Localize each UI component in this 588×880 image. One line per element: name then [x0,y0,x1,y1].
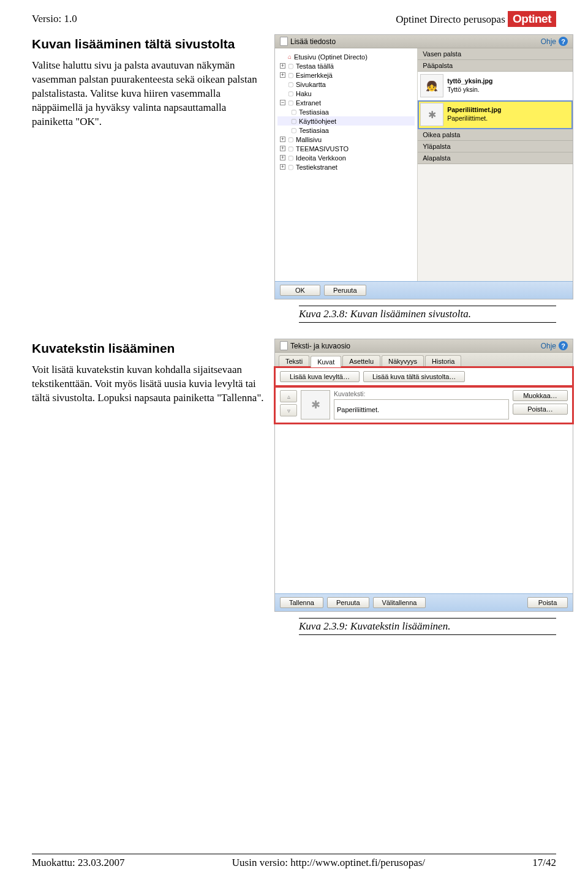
file-desc: Paperiliittimet. [447,115,488,122]
tree-label: Testiasiaa [299,127,329,134]
footer-page: 17/42 [532,857,556,869]
optinet-logo: Optinet [508,11,556,27]
file-item[interactable]: 👧 tyttö_yksin.jpg Tyttö yksin. [418,72,573,100]
palsta-list: Vasen palsta Pääpalsta 👧 tyttö_yksin.jpg… [418,48,573,281]
add-file-window: Lisää tiedosto Ohje ? ⌂Etusivu (Optinet … [274,34,573,299]
palsta-ala[interactable]: Alapalsta [418,152,573,164]
expand-icon[interactable]: + [280,63,285,69]
page-icon: ▢ [291,108,296,115]
help-link[interactable]: Ohje [541,37,556,46]
tree-label: Extranet [296,99,321,107]
expand-icon[interactable]: + [280,155,285,160]
caption-2: Kuva 2.3.9: Kuvatekstin lisääminen. [299,618,556,635]
edit-button[interactable]: Muokkaa… [513,390,568,401]
expand-icon[interactable]: + [280,137,285,142]
add-image-from-site-button[interactable]: Lisää kuva tältä sivustolta… [363,371,465,382]
home-icon: ⌂ [288,53,292,60]
tab-historia[interactable]: Historia [425,355,461,367]
tree-label: TEEMASIVUSTO [296,145,349,152]
tab-asettelu[interactable]: Asettelu [342,355,380,367]
section-2-body: Voit lisätä kuvatekstin kuvan kohdalla s… [32,363,265,405]
collapse-icon[interactable]: − [280,100,285,105]
move-down-button[interactable]: ▿ [280,404,297,416]
tree-label: Testiekstranet [296,164,337,171]
tab-nakyvyys[interactable]: Näkyvyys [382,355,424,367]
cancel-button[interactable]: Peruuta [327,597,369,608]
palsta-vasen[interactable]: Vasen palsta [418,48,573,60]
move-up-button[interactable]: ▵ [280,390,297,402]
version-label: Versio: 1.0 [32,13,77,25]
page-icon: ▢ [288,145,293,152]
tree-label: Esimerkkejä [296,72,333,79]
page-icon: ▢ [288,164,293,170]
delete-button[interactable]: Poista… [513,404,568,415]
image-caption-editor: ▵ ▿ ✱ Kuvateksti: Muokkaa… Poista… [275,386,573,423]
document-icon [280,37,288,46]
page-tree[interactable]: ⌂Etusivu (Optinet Directo) +▢Testaa tääl… [275,48,418,281]
tree-label: Etusivu (Optinet Directo) [294,53,368,61]
footer-date: Muokattu: 23.03.2007 [32,857,125,869]
palsta-oikea[interactable]: Oikea palsta [418,129,573,141]
add-image-from-disk-button[interactable]: Lisää kuva levyltä… [280,371,360,382]
tree-item[interactable]: +▢TEEMASIVUSTO [277,144,415,153]
tab-bar: Teksti Kuvat Asettelu Näkyvyys Historia [275,353,573,367]
cancel-button[interactable]: Peruuta [324,285,366,296]
intermediate-save-button[interactable]: Välitallenna [373,597,426,608]
doc-title: Optinet Directo perusopas [396,13,505,25]
tree-item[interactable]: ⌂Etusivu (Optinet Directo) [277,52,415,61]
file-name: tyttö_yksin.jpg [447,77,570,86]
save-button[interactable]: Tallenna [280,597,323,608]
text-image-titlebar: Teksti- ja kuvaosio Ohje ? [275,339,573,353]
page-icon: ▢ [288,90,293,97]
page-icon: ▢ [291,127,296,134]
tab-teksti[interactable]: Teksti [279,355,309,367]
text-image-section-window: Teksti- ja kuvaosio Ohje ? Teksti Kuvat … [274,339,573,612]
expand-icon[interactable]: + [280,72,285,78]
tree-item[interactable]: +▢Ideoita Verkkoon [277,153,415,162]
tree-item[interactable]: ▢Testiasiaa [277,107,415,116]
tree-item[interactable]: ▢Testiasiaa [277,126,415,135]
help-icon[interactable]: ? [559,37,568,46]
palsta-yla[interactable]: Yläpalsta [418,141,573,152]
page-footer: Muokattu: 23.03.2007 Uusin versio: http:… [32,854,556,869]
palsta-paa[interactable]: Pääpalsta [418,60,573,72]
page-icon: ▢ [291,118,296,124]
tree-item[interactable]: −▢Extranet [277,98,415,107]
tree-label: Käyttöohjeet [299,118,336,125]
page-icon: ▢ [288,72,293,78]
expand-icon[interactable]: + [280,164,285,170]
add-file-footer: OK Peruuta [275,281,573,299]
page-icon: ▢ [288,154,293,161]
tree-item[interactable]: +▢Mallisivu [277,135,415,144]
page-icon: ▢ [288,62,293,69]
help-icon[interactable]: ? [559,341,568,350]
tree-label: Testiasiaa [299,108,329,116]
expand-icon[interactable]: + [280,146,285,151]
tree-label: Sivukartta [296,81,326,88]
section-1-body: Valitse haluttu sivu ja palsta avautuvan… [32,59,265,129]
remove-button[interactable]: Poista [527,597,568,608]
file-desc: Tyttö yksin. [447,86,480,93]
tree-item[interactable]: +▢Testaa täällä [277,61,415,70]
page-icon: ▢ [288,136,293,143]
add-image-buttons-row: Lisää kuva levyltä… Lisää kuva tältä siv… [275,367,573,386]
image-thumbnail-icon: 👧 [420,74,443,97]
page-icon: ▢ [288,99,293,106]
ok-button[interactable]: OK [280,285,320,296]
tree-label: Haku [296,90,312,97]
tree-label: Testaa täällä [296,62,334,70]
file-item-selected[interactable]: ✱ Paperiliittimet.jpg Paperiliittimet. [418,100,573,129]
tree-item[interactable]: ▢Käyttöohjeet [277,116,415,126]
add-file-titlebar: Lisää tiedosto Ohje ? [275,35,573,48]
help-link[interactable]: Ohje [541,342,556,350]
editor-blank-area [275,423,573,593]
tree-item[interactable]: ▢Sivukartta [277,80,415,89]
text-image-footer: Tallenna Peruuta Välitallenna Poista [275,593,573,611]
tree-item[interactable]: +▢Testiekstranet [277,162,415,171]
tree-item[interactable]: +▢Esimerkkejä [277,70,415,80]
tab-kuvat[interactable]: Kuvat [311,356,341,367]
tree-item[interactable]: ▢Haku [277,89,415,98]
kuvateksti-label: Kuvateksti: [334,390,509,397]
kuvateksti-input[interactable] [334,399,509,419]
image-thumbnail-icon: ✱ [420,103,443,126]
